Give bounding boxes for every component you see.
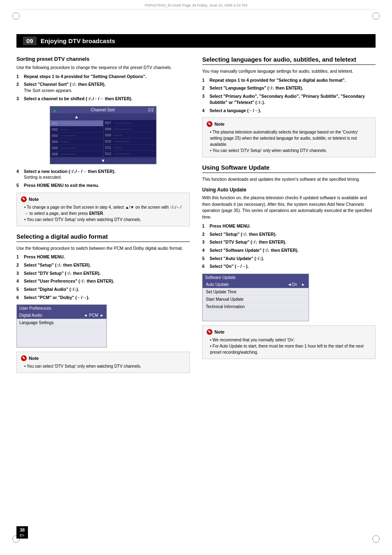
lang-step-3: 3 Select "Primary Audio", "Secondary Aud…	[202, 93, 376, 105]
technical-info-row: Technical Information	[203, 303, 309, 311]
sw-step-6: 6 Select "On" (←/→).	[202, 263, 376, 269]
lang-step-4: 4 Select a language (←/→).	[202, 108, 376, 114]
sorting-note: ✎ Note To change a page on the Sort scre…	[16, 193, 190, 226]
software-update-intro: This function downloads and updates the …	[202, 176, 376, 183]
sw-step-5: 5 Select "Auto Update" (↑/↓).	[202, 256, 376, 262]
language-intro: You may manually configure language sett…	[202, 68, 376, 75]
main-content: Sorting preset DTV channels Use the foll…	[16, 48, 376, 377]
da-step-1: 1 Press HOME MENU.	[16, 254, 190, 260]
da-step-4: 4 Select "User Preferences" (↑/↓ then EN…	[16, 278, 190, 284]
auto-update-row: Auto Update ◄ On ►	[203, 281, 309, 288]
software-update-screen: Software Update Auto Update ◄ On ► Set U…	[202, 274, 309, 321]
left-column: Sorting preset DTV channels Use the foll…	[16, 48, 190, 377]
note-icon-2: ✎	[21, 355, 27, 361]
da-step-3: 3 Select "DTV Setup" (↑/↓ then ENTER).	[16, 270, 190, 276]
screen-icon: 📺	[53, 108, 58, 112]
language-section: Selecting languages for audio, subtitles…	[202, 56, 376, 157]
auto-update-title: Using Auto Update	[202, 187, 376, 193]
sw-step-4: 4 Select "Software Update" (↑/↓ then ENT…	[202, 247, 376, 253]
sw-screen-header: Software Update	[203, 274, 309, 281]
da-step-2: 2 Select "Setup" (↑/↓ then ENTER).	[16, 262, 190, 268]
step-3: 3 Select a channel to be shifted (↑/↓/←/…	[16, 96, 190, 102]
digital-audio-note: ✎ Note You can select 'DTV Setup' only w…	[16, 352, 190, 373]
set-update-time-row: Set Update Time	[203, 288, 309, 296]
digital-audio-intro: Use the following procedure to switch be…	[16, 245, 190, 252]
da-step-5: 5 Select "Digital Audio" (↑/↓).	[16, 286, 190, 292]
language-title: Selecting languages for audio, subtitles…	[202, 56, 376, 65]
note-icon: ✎	[21, 196, 27, 202]
digital-audio-row: Digital Audio ◄ PCM ►	[17, 312, 106, 319]
da-step-6: 6 Select "PCM" or "Dolby" (←/→).	[16, 295, 190, 301]
sorting-intro: Use the following procedure to change th…	[16, 64, 190, 71]
sw-step-2: 2 Select "Setup" (↑/↓ then ENTER).	[202, 231, 376, 237]
sw-step-1: 1 Press HOME MENU.	[202, 223, 376, 229]
start-manual-update-row: Start Manual Update	[203, 296, 309, 303]
step-1: 1 Repeat steps 1 to 4 provided for "Sett…	[16, 74, 190, 80]
digital-audio-section: Selecting a digital audio format Use the…	[16, 233, 190, 373]
step-5: 5 Press HOME MENU to exit the menu.	[16, 182, 190, 189]
language-settings-row: Language Settings	[17, 319, 106, 327]
sorting-section: Sorting preset DTV channels Use the foll…	[16, 56, 190, 226]
language-note: ✎ Note The plasma television automatical…	[202, 117, 376, 157]
sorting-title: Sorting preset DTV channels	[16, 56, 190, 62]
note-icon-3: ✎	[207, 121, 212, 127]
sw-step-3: 3 Select "DTV Setup" (↑/↓ then ENTER).	[202, 239, 376, 245]
channel-sort-screen: 📺 Channel Sort 1/2 ▲ 001 ············ 00…	[50, 106, 157, 164]
lang-step-2: 2 Select "Language Settings" (↑/↓ then E…	[202, 85, 376, 91]
step-2: 2 Select "Channel Sort" (↑/↓ then ENTER)…	[16, 81, 190, 93]
auto-update-text: With this function on, the plasma televi…	[202, 195, 376, 221]
chapter-number: 09	[23, 37, 37, 45]
digital-audio-title: Selecting a digital audio format	[16, 233, 190, 242]
lang-step-1: 1 Repeat steps 1 to 4 provided for "Sele…	[202, 77, 376, 83]
file-info: PDP4270XD_En.book Page 38 Friday, June 1…	[16, 0, 376, 9]
chapter-title: Enjoying DTV broadcasts	[41, 37, 115, 44]
software-update-section: Using Software Update This function down…	[202, 164, 376, 359]
software-update-title: Using Software Update	[202, 164, 376, 173]
user-pref-screen: User Preferences Digital Audio ◄ PCM ► L…	[16, 304, 107, 348]
chapter-header: 09 Enjoying DTV broadcasts	[16, 34, 376, 48]
right-column: Selecting languages for audio, subtitles…	[202, 48, 376, 377]
step-4: 4 Select a new location (↑/↓/←/→ then EN…	[16, 168, 190, 180]
note-icon-4: ✎	[207, 329, 212, 335]
pref-screen-header: User Preferences	[17, 305, 106, 312]
software-update-note: ✎ Note We recommend that you normally se…	[202, 325, 376, 359]
page-number: 38 En	[16, 526, 28, 539]
